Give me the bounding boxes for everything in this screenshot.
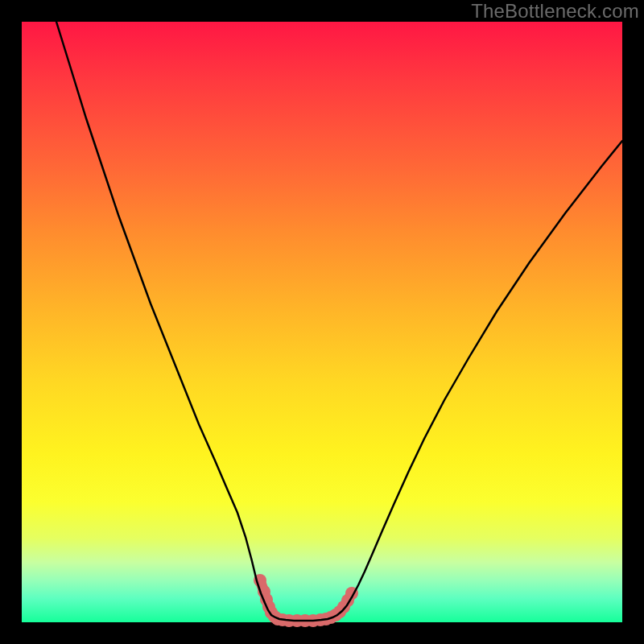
- plot-area: [22, 22, 622, 622]
- outer-frame: TheBottleneck.com: [0, 0, 644, 644]
- black-curve: [56, 22, 622, 621]
- pink-marker-trail: [254, 574, 358, 627]
- chart-svg: [22, 22, 622, 622]
- watermark-text: TheBottleneck.com: [471, 0, 639, 23]
